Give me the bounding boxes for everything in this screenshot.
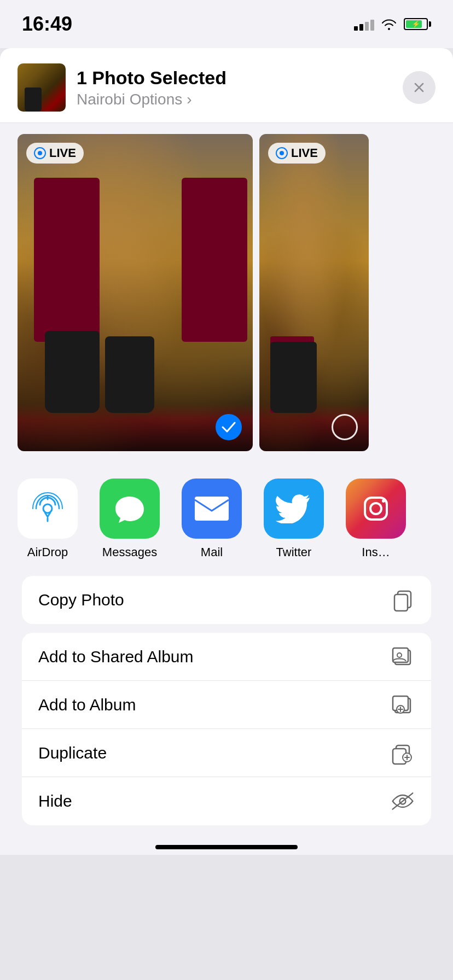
airdrop-label: AirDrop <box>27 545 68 559</box>
status-bar: 16:49 ⚡ <box>0 0 453 48</box>
mail-label: Mail <box>201 545 223 559</box>
battery-icon: ⚡ <box>404 18 431 30</box>
copy-photo-icon <box>391 588 415 612</box>
twitter-label: Twitter <box>276 545 312 559</box>
live-label: LIVE <box>49 146 76 160</box>
add-shared-album-label: Add to Shared Album <box>38 648 194 666</box>
duplicate-label: Duplicate <box>38 744 107 762</box>
twitter-icon-container <box>264 479 324 539</box>
album-name: Nairobi <box>77 91 125 108</box>
signal-icon <box>354 18 374 31</box>
svg-point-0 <box>43 504 52 513</box>
hide-item[interactable]: Hide <box>22 777 431 825</box>
wifi-icon <box>381 18 397 30</box>
hide-label: Hide <box>38 792 72 810</box>
selected-checkmark <box>216 414 242 440</box>
photo-count: 1 Photo Selected <box>77 67 226 89</box>
add-album-icon <box>391 693 415 717</box>
live-badge-main: LIVE <box>26 143 84 164</box>
checkmark-icon <box>222 422 236 433</box>
header-text: 1 Photo Selected Nairobi Options › <box>77 67 226 108</box>
close-icon <box>411 80 427 95</box>
add-shared-album-icon <box>391 645 415 669</box>
live-circle-icon <box>34 147 46 159</box>
copy-photo-label: Copy Photo <box>38 591 124 609</box>
chevron-right-icon: › <box>187 91 191 108</box>
action-list-group1: Copy Photo <box>22 576 431 624</box>
live-label-2: LIVE <box>291 146 318 160</box>
add-shared-album-item[interactable]: Add to Shared Album <box>22 633 431 681</box>
instagram-icon <box>358 491 393 526</box>
messages-icon-container <box>100 479 160 539</box>
instagram-icon-container <box>346 479 406 539</box>
header-subtitle: Nairobi Options › <box>77 91 226 108</box>
status-time: 16:49 <box>22 13 72 36</box>
sharing-row: AirDrop Messages Mail Twitter <box>0 462 453 576</box>
mail-icon-container <box>182 479 242 539</box>
live-circle-icon-2 <box>276 147 288 159</box>
duplicate-icon <box>391 741 415 765</box>
messages-label: Messages <box>102 545 157 559</box>
add-album-label: Add to Album <box>38 696 136 714</box>
photo-strip: LIVE LIVE <box>0 123 453 462</box>
duplicate-item[interactable]: Duplicate <box>22 729 431 777</box>
twitter-icon <box>276 494 312 523</box>
share-app-twitter[interactable]: Twitter <box>264 479 324 559</box>
unselected-checkmark <box>332 414 358 440</box>
mail-icon <box>193 494 231 523</box>
selected-photo-thumbnail <box>18 63 66 112</box>
share-header-left: 1 Photo Selected Nairobi Options › <box>18 63 226 112</box>
photo-item-selected[interactable]: LIVE <box>18 134 253 451</box>
share-app-messages[interactable]: Messages <box>100 479 160 559</box>
messages-icon <box>111 490 148 527</box>
action-list-container: Copy Photo Add to Shared Album <box>0 576 453 836</box>
close-button[interactable] <box>403 71 435 104</box>
add-album-item[interactable]: Add to Album <box>22 681 431 729</box>
photo-item-secondary[interactable]: LIVE <box>259 134 369 451</box>
live-badge-secondary: LIVE <box>268 143 326 164</box>
svg-rect-1 <box>195 497 229 521</box>
hide-icon <box>391 789 415 813</box>
copy-photo-item[interactable]: Copy Photo <box>22 576 431 624</box>
svg-point-3 <box>370 503 381 514</box>
share-app-mail[interactable]: Mail <box>182 479 242 559</box>
airdrop-icon <box>28 489 67 528</box>
share-app-instagram[interactable]: Ins… <box>346 479 406 559</box>
home-bar <box>155 845 298 849</box>
share-header: 1 Photo Selected Nairobi Options › <box>0 48 453 123</box>
status-icons: ⚡ <box>354 18 431 31</box>
options-button[interactable]: Options <box>130 91 183 108</box>
instagram-label: Ins… <box>362 545 390 559</box>
home-indicator <box>0 836 453 855</box>
svg-rect-6 <box>394 594 408 611</box>
share-app-airdrop[interactable]: AirDrop <box>18 479 78 559</box>
svg-point-4 <box>382 499 385 503</box>
action-list-group2: Add to Shared Album Add to Album <box>22 633 431 825</box>
airdrop-icon-container <box>18 479 78 539</box>
